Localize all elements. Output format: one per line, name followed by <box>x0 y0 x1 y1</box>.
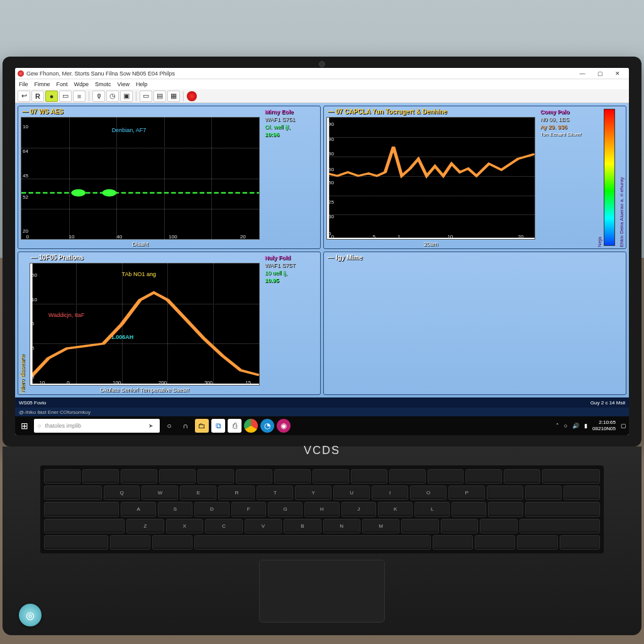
menu-icon[interactable]: ≡ <box>73 91 86 102</box>
colorbar <box>604 109 615 246</box>
close-button[interactable]: ✕ <box>609 69 626 79</box>
chart-bl[interactable]: TAb NO1 ang Waddicjn, ItaF 01.006AH 10 0… <box>30 263 260 386</box>
taskbar: ⊞ ○ thatoles implib ➤ ○ ∩ 🗀 ⧉ ⎙ ◔ ◉ ˄ ○ … <box>15 416 629 435</box>
chart-grid: — 07 WS AES Denbian, AF7 0 10 <box>15 103 629 397</box>
panel-tr-title: — 07 CAPCLA Yun Tocrugert & Denhine <box>326 108 535 116</box>
menu-font[interactable]: Font <box>57 81 68 87</box>
separator <box>136 91 136 101</box>
panel-bl: Niero diasearte — 10F05 Prations TAb NO1… <box>18 252 321 395</box>
explorer-icon[interactable]: 🗀 <box>195 419 209 433</box>
menu-help[interactable]: Help <box>136 81 148 87</box>
mic-icon[interactable]: 🎙 <box>92 91 105 102</box>
menu-smotc[interactable]: Smotc <box>95 81 111 87</box>
clock-icon[interactable]: ◷ <box>106 91 119 102</box>
statusbar-2: @-lhiko llast Ener COforsomkoy <box>15 408 629 416</box>
window-titlebar: Gew Fhonon, Mer. Storts Sanu Filna Sow N… <box>15 68 629 79</box>
back-icon[interactable]: ↩ <box>18 91 30 102</box>
grid-icon[interactable]: ▦ <box>167 91 180 102</box>
store-icon[interactable]: ⧉ <box>211 419 225 433</box>
notifications-icon[interactable]: ▢ <box>621 423 626 429</box>
chart-tr[interactable]: 0 5 1 10 20 0 30 25 50 60 80 90 <box>326 117 535 240</box>
chevron-up-icon[interactable]: ˄ <box>556 423 559 429</box>
keyboard: QWERTYUIOP ASDFGHJKL ZXCVBNM <box>40 465 604 553</box>
volume-icon[interactable]: 🔊 <box>572 423 579 429</box>
send-icon[interactable]: ➤ <box>146 421 156 431</box>
minimize-button[interactable]: — <box>574 69 591 79</box>
app-icon <box>18 70 24 77</box>
panel-bl-title: — 10F05 Prations <box>30 253 260 262</box>
sticker-icon: ◎ <box>19 604 42 626</box>
taskbar-clock[interactable]: 2:10:65 08210N05 <box>592 419 616 432</box>
window-title: Gew Fhonon, Mer. Storts Sanu Filna Sow N… <box>26 70 574 77</box>
trackpad <box>259 560 385 623</box>
toolbar: ↩ R ● ▭ ≡ 🎙 ◷ ▣ ▭ ▤ ▦ <box>15 89 629 103</box>
laptop-logo: VCDS <box>304 444 340 457</box>
statusbar: WS05 Fovio Guy 2 c 14 Msil <box>15 397 629 408</box>
box-icon[interactable]: ▭ <box>59 91 72 102</box>
bold-r-icon[interactable]: R <box>31 91 44 102</box>
laptop-base: VCDS QWERTYUIOP ASDFGHJKL ZXCVBNM ◎ <box>3 447 641 635</box>
menu-view[interactable]: View <box>118 81 130 87</box>
status-right: Guy 2 c 14 Msil <box>591 400 625 406</box>
svg-point-0 <box>71 189 86 197</box>
sheet-icon[interactable]: ▤ <box>153 91 166 102</box>
separator <box>89 91 89 101</box>
panel-bl-legend: Nuly Fold WAF1 S75T 10 uell ij, 10.95 <box>262 252 320 394</box>
colorbar-top-label: Neja <box>596 106 604 248</box>
panel-tr-legend: Comy Palo N0 09, 1BS Ay 29. 936 Ton Echa… <box>538 106 596 248</box>
record-icon[interactable] <box>187 91 197 101</box>
play-icon[interactable]: ▣ <box>120 91 133 102</box>
panel-tl-title: — 07 WS AES <box>21 108 260 116</box>
cortana-icon[interactable]: ○ <box>162 419 176 433</box>
network-icon[interactable]: ○ <box>564 423 567 429</box>
search-input[interactable]: ○ thatoles implib ➤ <box>34 419 160 433</box>
search-icon: ○ <box>38 423 41 429</box>
chart-tl-xlabel: Disaht <box>21 241 260 247</box>
panel-tl-legend: Mirny Eole WAF1 S751 Ol. well ijl, 10:96 <box>262 106 320 248</box>
app-blue-icon[interactable]: ◔ <box>260 419 274 433</box>
svg-point-1 <box>103 189 117 197</box>
panel-br: — Igy Mime <box>323 252 626 395</box>
camera-icon[interactable]: ⎙ <box>228 419 242 433</box>
start-button[interactable]: ⊞ <box>18 419 31 433</box>
panel-br-title: — Igy Mime <box>326 253 623 262</box>
app-pink-icon[interactable]: ◉ <box>277 419 291 433</box>
colorbar-label: Ehtm Deira Aluerao a. rl ehuray <box>618 106 626 248</box>
webcam <box>319 61 325 67</box>
chart-tr-xlabel: 20am <box>326 241 535 247</box>
circle-icon[interactable]: ● <box>45 91 58 102</box>
menu-file[interactable]: File <box>19 81 28 87</box>
system-tray: ˄ ○ 🔊 ▮ 2:10:65 08210N05 ▢ <box>556 419 626 432</box>
battery-icon[interactable]: ▮ <box>584 423 587 429</box>
chart-bl-ylabel: Niero diasearte <box>18 252 27 394</box>
headphones-icon[interactable]: ∩ <box>179 419 192 433</box>
panel-tl: — 07 WS AES Denbian, AF7 0 10 <box>18 106 321 249</box>
menubar: File Fimne Font Wdpe Smotc View Help <box>15 79 629 89</box>
maximize-button[interactable]: ▢ <box>591 69 609 79</box>
separator <box>183 91 184 101</box>
chart-bl-xlabel: Okulate Seniorl Temperative Saesrr <box>30 387 260 393</box>
menu-wdpe[interactable]: Wdpe <box>74 81 89 87</box>
status-left: WS05 Fovio <box>19 400 47 406</box>
chart-tl[interactable]: Denbian, AF7 0 10 40 100 20 20 <box>21 117 260 240</box>
menu-fimne[interactable]: Fimne <box>35 81 50 87</box>
chrome-icon[interactable] <box>244 419 258 433</box>
panel-tr: — 07 CAPCLA Yun Tocrugert & Denhine 0 5 … <box>323 106 626 249</box>
search-placeholder: thatoles implib <box>45 423 81 429</box>
screen-icon[interactable]: ▭ <box>140 91 152 102</box>
